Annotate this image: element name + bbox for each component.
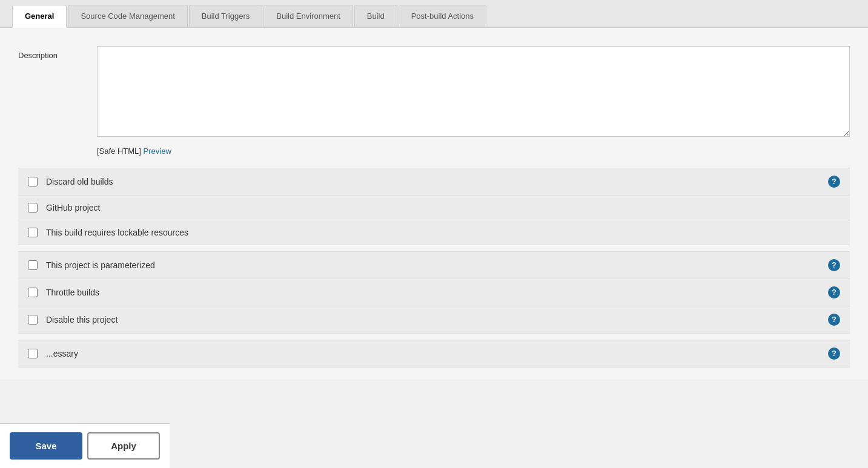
disable-help-icon[interactable]: ? <box>828 314 840 326</box>
partial-text-row: ...essary ? <box>18 340 850 367</box>
github-project-checkbox[interactable] <box>28 203 38 213</box>
partial-help-icon[interactable]: ? <box>828 348 840 360</box>
save-button[interactable]: Save <box>10 432 82 460</box>
throttle-help-icon[interactable]: ? <box>828 286 840 298</box>
tab-general[interactable]: General <box>12 5 67 28</box>
bottom-buttons: Save Apply <box>0 423 170 468</box>
throttle-builds-checkbox[interactable] <box>28 288 38 297</box>
section-separator-2 <box>18 335 850 340</box>
partial-item-label[interactable]: ...essary <box>46 349 828 358</box>
tab-build[interactable]: Build <box>354 5 397 27</box>
discard-old-builds-label[interactable]: Discard old builds <box>46 177 828 186</box>
checkbox-item-lockable: This build requires lockable resources <box>18 220 850 245</box>
parameterized-help-icon[interactable]: ? <box>828 259 840 271</box>
partial-text-section: ...essary ? <box>18 340 850 367</box>
checkbox-section-1: Discard old builds ? GitHub project This… <box>18 168 850 245</box>
checkbox-item-github: GitHub project <box>18 196 850 220</box>
tab-post-build[interactable]: Post-build Actions <box>399 5 486 27</box>
checkbox-section-2: This project is parameterized ? Throttle… <box>18 251 850 334</box>
lockable-resources-checkbox[interactable] <box>28 228 38 237</box>
tab-source-code[interactable]: Source Code Management <box>68 5 187 27</box>
disable-project-checkbox[interactable] <box>28 315 38 325</box>
lockable-resources-label[interactable]: This build requires lockable resources <box>46 228 840 237</box>
parameterized-label[interactable]: This project is parameterized <box>46 260 828 270</box>
apply-button[interactable]: Apply <box>87 432 160 460</box>
parameterized-checkbox[interactable] <box>28 260 38 270</box>
disable-project-label[interactable]: Disable this project <box>46 315 828 325</box>
preview-link[interactable]: Preview <box>144 147 171 156</box>
discard-old-builds-checkbox[interactable] <box>28 177 38 186</box>
description-input[interactable] <box>97 46 850 137</box>
checkbox-item-disable: Disable this project ? <box>18 306 850 333</box>
tab-build-triggers[interactable]: Build Triggers <box>189 5 262 27</box>
tab-build-environment[interactable]: Build Environment <box>263 5 353 27</box>
safe-html-row: [Safe HTML] Preview <box>97 147 850 156</box>
description-label: Description <box>18 46 97 60</box>
throttle-builds-label[interactable]: Throttle builds <box>46 288 828 297</box>
checkbox-item-throttle: Throttle builds ? <box>18 279 850 306</box>
content-area: Description [Safe HTML] Preview Discard … <box>0 28 868 380</box>
checkbox-item-parameterized: This project is parameterized ? <box>18 252 850 279</box>
main-container: General Source Code Management Build Tri… <box>0 0 868 468</box>
checkbox-group-2: This project is parameterized ? Throttle… <box>18 251 850 334</box>
tabs-bar: General Source Code Management Build Tri… <box>0 0 868 28</box>
description-row: Description <box>18 46 850 137</box>
discard-help-icon[interactable]: ? <box>828 176 840 188</box>
checkbox-group-1: Discard old builds ? GitHub project This… <box>18 168 850 245</box>
section-separator-1 <box>18 246 850 251</box>
checkbox-item-discard: Discard old builds ? <box>18 168 850 196</box>
partial-item-checkbox[interactable] <box>28 349 38 358</box>
safe-html-label: [Safe HTML] <box>97 147 141 156</box>
github-project-label[interactable]: GitHub project <box>46 203 840 213</box>
